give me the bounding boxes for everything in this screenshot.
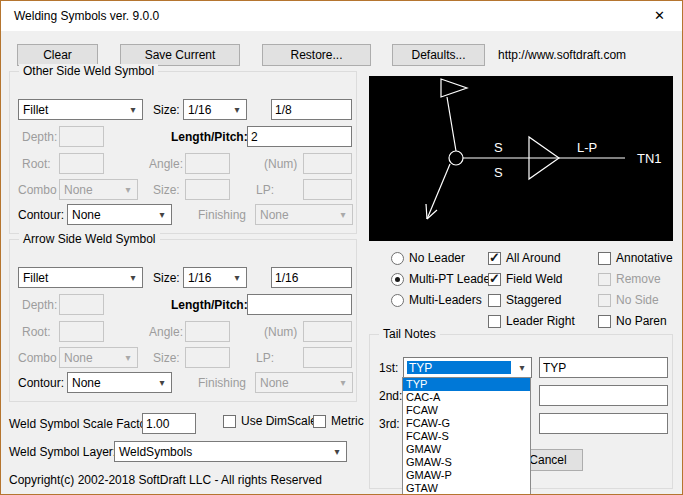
dropdown-item[interactable]: FCAW-G: [403, 417, 530, 430]
title-bar: Welding Symbols ver. 9.0.0 ✕: [1, 1, 682, 31]
checkbox-staggered[interactable]: ✓ Staggered: [488, 293, 561, 307]
other-side-type-combo[interactable]: Fillet ▾: [18, 99, 143, 120]
dropdown-item[interactable]: FCAW: [403, 404, 530, 417]
tail-note-dropdown-list: TYP CAC-A FCAW FCAW-G FCAW-S GMAW GMAW-S…: [402, 377, 531, 495]
checkbox-box: ✓: [488, 315, 501, 328]
tail-note-2-input[interactable]: [539, 385, 668, 406]
tail-notes-group-title: Tail Notes: [379, 327, 440, 341]
other-length-pitch-input[interactable]: [247, 126, 352, 147]
copyright-text: Copyright(c) 2002-2018 SoftDraft LLC - A…: [9, 473, 322, 487]
tail-note-1-label: 1st:: [379, 361, 398, 375]
checkbox-no-side: ✓ No Side: [598, 293, 659, 307]
arrow-combo-size-label: Size:: [153, 351, 180, 365]
arrow-size-label: Size:: [153, 271, 180, 285]
chevron-down-icon: ▾: [335, 374, 351, 391]
other-finishing-label: Finishing: [198, 208, 246, 222]
other-side-group: Other Side Weld Symbol Fillet ▾ Size: 1/…: [9, 71, 357, 234]
tail-note-2-label: 2nd:: [379, 389, 402, 403]
close-icon[interactable]: ✕: [637, 1, 682, 30]
arrow-angle-label: Angle:: [149, 325, 183, 339]
other-combo-lp-input: [303, 179, 352, 200]
other-contour-combo[interactable]: None ▾: [67, 204, 172, 225]
welding-symbols-dialog: Welding Symbols ver. 9.0.0 ✕ Clear Save …: [0, 0, 683, 495]
dropdown-item[interactable]: GMAW-S: [403, 456, 530, 469]
dropdown-item[interactable]: CAC-A: [403, 391, 530, 404]
checkbox-leader-right[interactable]: ✓ Leader Right: [488, 314, 575, 328]
defaults-button[interactable]: Defaults...: [392, 44, 485, 66]
checkbox-label: Field Weld: [506, 272, 562, 286]
leader-line: [427, 164, 450, 219]
length-pitch-annotation: L-P: [577, 140, 597, 155]
other-depth-input: [59, 126, 104, 147]
radio-label: Multi-Leaders: [409, 293, 482, 307]
chevron-down-icon: ▾: [125, 269, 141, 286]
checkbox-all-around[interactable]: ✓ All Around: [488, 251, 561, 265]
chevron-down-icon: ▾: [120, 181, 136, 198]
arrow-combo-lp-input: [303, 347, 352, 368]
arrow-size-input[interactable]: [271, 267, 352, 288]
check-icon: ✓: [489, 271, 500, 286]
arrow-depth-label: Depth:: [22, 298, 57, 312]
scale-factor-label: Weld Symbol Scale Factor:: [9, 417, 154, 431]
restore-button[interactable]: Restore...: [262, 44, 371, 66]
arrow-contour-combo[interactable]: None ▾: [67, 372, 172, 393]
layer-combo[interactable]: WeldSymbols ▾: [114, 441, 347, 462]
checkbox-label: Staggered: [506, 293, 561, 307]
radio-multi-leaders[interactable]: Multi-Leaders: [391, 293, 482, 307]
radio-no-leader[interactable]: No Leader: [391, 251, 465, 265]
check-icon: ✓: [489, 250, 500, 265]
arrow-root-input: [59, 321, 104, 342]
other-length-pitch-label: Length/Pitch:: [171, 130, 248, 144]
other-num-input: [303, 153, 352, 174]
clear-button[interactable]: Clear: [17, 44, 98, 66]
checkbox-no-paren[interactable]: ✓ No Paren: [598, 314, 667, 328]
arrow-num-input: [303, 321, 352, 342]
checkbox-annotative[interactable]: ✓ Annotative: [598, 251, 673, 265]
dropdown-item[interactable]: TYP: [403, 378, 530, 391]
chevron-down-icon: ▾: [229, 101, 245, 118]
other-size-label: Size:: [153, 103, 180, 117]
other-combo-combo: None ▾: [59, 179, 138, 200]
arrow-size-combo[interactable]: 1/16 ▾: [183, 267, 247, 288]
other-contour-label: Contour:: [18, 208, 64, 222]
other-size-input[interactable]: [271, 99, 352, 120]
checkbox-box: ✓: [488, 273, 501, 286]
chevron-down-icon: ▾: [335, 206, 351, 223]
chevron-down-icon: ▾: [154, 206, 170, 223]
other-num-label: (Num): [264, 157, 297, 171]
use-dimscale-checkbox[interactable]: ✓ Use DimScale: [223, 414, 317, 428]
tail-note-1-combo[interactable]: TYP ▾: [403, 357, 532, 378]
checkbox-field-weld[interactable]: ✓ Field Weld: [488, 272, 562, 286]
chevron-down-icon: ▾: [329, 443, 345, 460]
arrow-finishing-combo: None ▾: [255, 372, 353, 393]
checkbox-label: Use DimScale: [241, 414, 317, 428]
dropdown-item[interactable]: GMAW-P: [403, 469, 530, 482]
other-size-combo[interactable]: 1/16 ▾: [183, 99, 247, 120]
save-current-button[interactable]: Save Current: [120, 44, 240, 66]
tail-note-1-input[interactable]: [539, 357, 668, 378]
radio-circle: [391, 294, 404, 307]
chevron-down-icon: ▾: [125, 101, 141, 118]
dropdown-item[interactable]: GMAW: [403, 443, 530, 456]
arrow-side-group: Arrow Side Weld Symbol Fillet ▾ Size: 1/…: [9, 239, 357, 402]
tail-note-3-input[interactable]: [539, 413, 668, 434]
scale-factor-input[interactable]: [142, 413, 196, 434]
field-weld-flag: [441, 79, 467, 97]
weld-symbol-preview: S S L-P TN1: [369, 76, 673, 241]
dropdown-item[interactable]: GTAW: [403, 482, 530, 495]
dropdown-item[interactable]: FCAW-S: [403, 430, 530, 443]
flag-pole: [447, 97, 456, 151]
arrow-length-pitch-input[interactable]: [247, 294, 352, 315]
arrow-side-type-combo[interactable]: Fillet ▾: [18, 267, 143, 288]
other-root-label: Root:: [22, 157, 51, 171]
other-depth-label: Depth:: [22, 130, 57, 144]
other-angle-input: [185, 153, 230, 174]
radio-multi-pt-leader[interactable]: Multi-PT Leader: [391, 272, 494, 286]
arrow-num-label: (Num): [264, 325, 297, 339]
arrow-angle-input: [185, 321, 230, 342]
other-angle-label: Angle:: [149, 157, 183, 171]
checkbox-label: Leader Right: [506, 314, 575, 328]
metric-checkbox[interactable]: ✓ Metric: [313, 414, 364, 428]
arrow-combo-combo: None ▾: [59, 347, 138, 368]
other-side-group-title: Other Side Weld Symbol: [19, 64, 158, 78]
